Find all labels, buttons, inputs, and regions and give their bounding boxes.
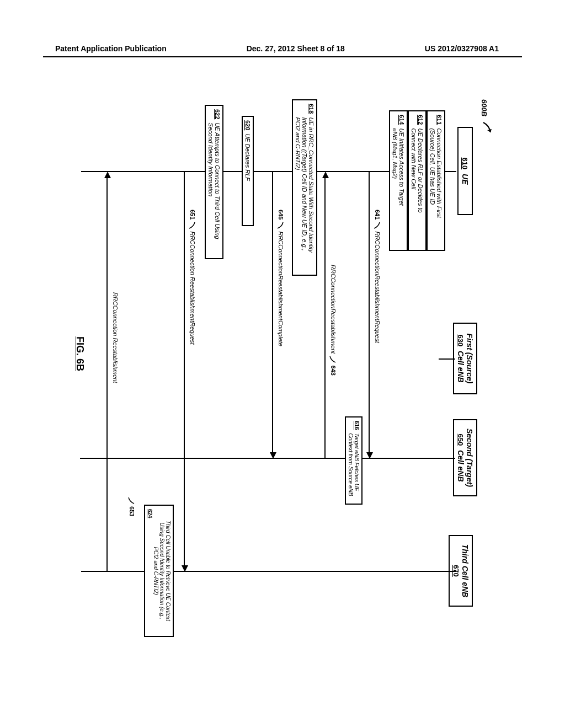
event-620: 620 UE Declares RLF bbox=[242, 116, 254, 226]
arrow-643 bbox=[324, 178, 326, 458]
header-right: US 2012/0327908 A1 bbox=[425, 44, 499, 53]
actor-target: Second (Target) 650 Cell eNB bbox=[453, 419, 477, 496]
arrow-651 bbox=[184, 172, 185, 566]
figure-number: 600B bbox=[480, 99, 488, 116]
arrow-head-645 bbox=[270, 452, 276, 459]
header-center: Dec. 27, 2012 Sheet 8 of 18 bbox=[247, 44, 345, 53]
event-622: 622 UE Attempts to Connect to Third Cell… bbox=[205, 105, 223, 259]
msg-653-label: RRCConnection Reestablishment bbox=[112, 292, 119, 383]
arrow-head-641 bbox=[366, 452, 373, 459]
actor-ue: 610 UE bbox=[457, 127, 473, 215]
event-618: 618 UE in RRC_Connected State With Secon… bbox=[292, 99, 317, 276]
arrow-645 bbox=[272, 172, 273, 453]
arrow-653 bbox=[106, 178, 108, 571]
header-divider bbox=[43, 56, 522, 57]
lifeline-target bbox=[80, 458, 455, 459]
event-624: Third Cell Unable to Retrieve UE Context… bbox=[144, 505, 174, 637]
arrow-head-643 bbox=[322, 172, 329, 178]
arrow-641 bbox=[369, 172, 370, 453]
actor-source: First (Source) 630 Cell eNB bbox=[453, 323, 477, 394]
figure-label: FIG. 6B bbox=[74, 336, 86, 371]
arrow-head-653 bbox=[104, 172, 111, 178]
event-614: 614 UE Initiates Access to Target eNB (M… bbox=[389, 110, 408, 251]
msg-645-label: 645 RRCConnectionReestablishmentComplete bbox=[276, 210, 284, 346]
msg-651-label: 651 RRCConnection ReestablishmentRequest bbox=[188, 210, 196, 345]
msg-641-label: 641 RRCConnectionReestablishmentRequest bbox=[372, 210, 381, 343]
event-612: 612 UE Declares RLF or Decides to Connec… bbox=[408, 110, 427, 251]
event-616: 616 Target eNB Fetches UE Context from S… bbox=[345, 416, 363, 505]
lifeline-third bbox=[81, 571, 456, 572]
msg-653-ref: 653 bbox=[127, 496, 135, 516]
page-header: Patent Application Publication Dec. 27, … bbox=[0, 44, 565, 53]
event-611: 611 Connection Established with First (S… bbox=[427, 110, 445, 251]
msg-643-label: RRCConnectionReestablishment 643 bbox=[328, 265, 337, 376]
sequence-diagram: 600B 610 UE First (Source) 630 Cell eNB … bbox=[58, 94, 488, 645]
lifeline-source bbox=[439, 358, 455, 360]
arrow-head-651 bbox=[182, 565, 188, 572]
header-left: Patent Application Publication bbox=[55, 44, 167, 53]
